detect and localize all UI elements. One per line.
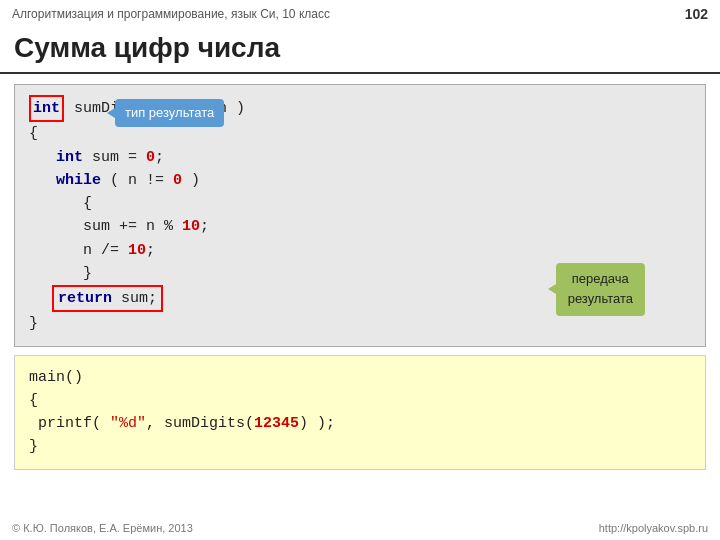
code-line-6: sum += n % 10; [29, 215, 691, 238]
code-block-function: int sumDigits ( int n ) { int sum = 0; w… [14, 84, 706, 347]
code-line-close: } [29, 312, 691, 335]
course-label: Алгоритмизация и программирование, язык … [12, 7, 330, 21]
code-block-main: main() { printf( "%d", sumDigits(12345) … [14, 355, 706, 470]
footer-right: http://kpolyakov.spb.ru [599, 522, 708, 534]
page-title: Сумма цифр числа [0, 28, 720, 74]
tooltip-type: тип результата [115, 99, 224, 127]
footer-left: © К.Ю. Поляков, Е.А. Ерёмин, 2013 [12, 522, 193, 534]
code-line-3: int sum = 0; [29, 146, 691, 169]
int-keyword: int [33, 100, 60, 117]
int-keyword-box: int [29, 95, 64, 122]
return-statement: return sum; [52, 285, 163, 312]
page-number: 102 [685, 6, 708, 22]
main-line-4: } [29, 435, 691, 458]
code-line-4: while ( n != 0 ) [29, 169, 691, 192]
footer: © К.Ю. Поляков, Е.А. Ерёмин, 2013 http:/… [12, 522, 708, 534]
code-line-5: { [29, 192, 691, 215]
code-line-7: n /= 10; [29, 239, 691, 262]
tooltip-return: передачарезультата [556, 263, 645, 315]
tooltip-return-text: передачарезультата [568, 271, 633, 306]
main-line-1: main() [29, 366, 691, 389]
main-line-3: printf( "%d", sumDigits(12345) ); [29, 412, 691, 435]
main-line-2: { [29, 389, 691, 412]
